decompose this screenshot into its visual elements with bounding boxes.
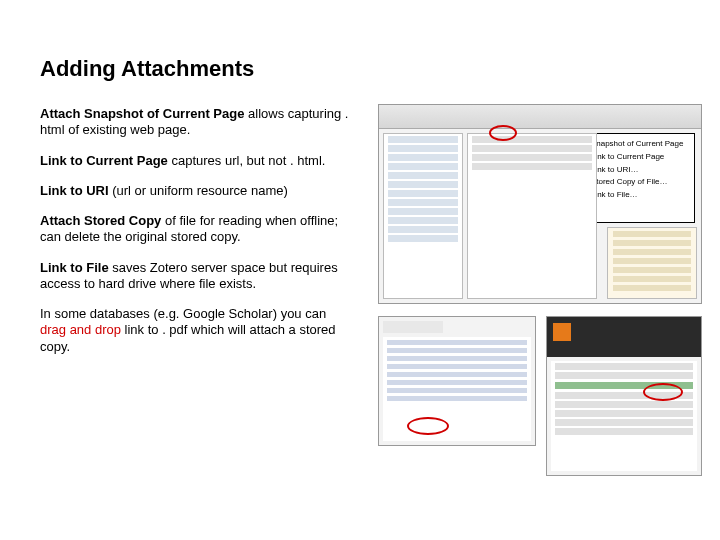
term-snapshot: Attach Snapshot of Current Page bbox=[40, 106, 244, 121]
para-drag-drop: In some databases (e.g. Google Scholar) … bbox=[40, 306, 350, 355]
gs-results bbox=[383, 337, 531, 441]
body-text: Attach Snapshot of Current Page allows c… bbox=[40, 106, 350, 369]
annotation-circle-main bbox=[489, 125, 517, 141]
elsevier-body bbox=[551, 361, 697, 471]
term-link-uri: Link to URI bbox=[40, 183, 109, 198]
items-pane bbox=[467, 133, 597, 299]
drag-drop-highlight: drag and drop bbox=[40, 322, 121, 337]
screenshot-elsevier bbox=[546, 316, 702, 476]
term-link-file: Link to File bbox=[40, 260, 109, 275]
term-link-current: Link to Current Page bbox=[40, 153, 168, 168]
info-pane bbox=[607, 227, 697, 299]
desc-link-uri: (url or uniform resource name) bbox=[109, 183, 288, 198]
annotation-circle-gs bbox=[407, 417, 449, 435]
page-title: Adding Attachments bbox=[40, 56, 254, 82]
drag-drop-pre: In some databases (e.g. Google Scholar) … bbox=[40, 306, 326, 321]
term-stored-copy: Attach Stored Copy bbox=[40, 213, 161, 228]
gs-logo-placeholder bbox=[383, 321, 443, 333]
toolbar-placeholder bbox=[379, 105, 701, 129]
para-link-file: Link to File saves Zotero server space b… bbox=[40, 260, 350, 293]
desc-link-current: captures url, but not . html. bbox=[168, 153, 326, 168]
para-link-current: Link to Current Page captures url, but n… bbox=[40, 153, 350, 169]
library-pane bbox=[383, 133, 463, 299]
screenshot-zotero-main: Attach Snapshot of Current Page Attach L… bbox=[378, 104, 702, 304]
annotation-circle-elsevier bbox=[643, 383, 683, 401]
elsevier-header bbox=[547, 317, 701, 357]
screenshot-google-scholar bbox=[378, 316, 536, 446]
para-snapshot: Attach Snapshot of Current Page allows c… bbox=[40, 106, 350, 139]
para-stored-copy: Attach Stored Copy of file for reading w… bbox=[40, 213, 350, 246]
para-link-uri: Link to URI (url or uniform resource nam… bbox=[40, 183, 350, 199]
elsevier-logo-icon bbox=[553, 323, 571, 341]
